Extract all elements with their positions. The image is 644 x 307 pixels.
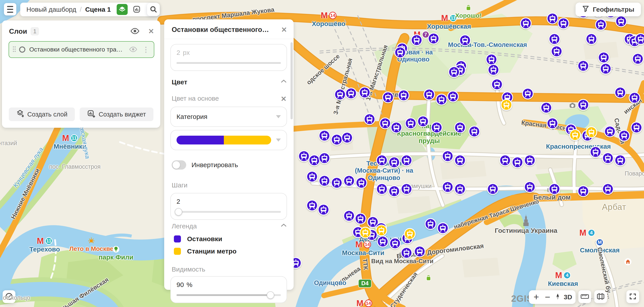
transport-stop-marker[interactable] bbox=[522, 87, 534, 100]
transport-stop-marker[interactable] bbox=[318, 130, 330, 142]
transport-stop-marker[interactable] bbox=[459, 34, 471, 47]
visibility-slider[interactable] bbox=[176, 294, 281, 296]
invert-toggle[interactable] bbox=[172, 160, 186, 170]
transport-stop-marker[interactable] bbox=[379, 117, 391, 130]
transport-stop-marker[interactable] bbox=[511, 156, 524, 168]
transport-stop-marker[interactable] bbox=[602, 152, 614, 164]
ruler-tool-button[interactable] bbox=[578, 290, 591, 303]
transport-stop-marker[interactable] bbox=[398, 89, 410, 102]
transport-stop-marker[interactable] bbox=[550, 45, 563, 58]
transport-stop-marker[interactable] bbox=[585, 33, 598, 45]
transport-stop-marker[interactable] bbox=[634, 33, 644, 45]
metro-station-marker[interactable] bbox=[569, 129, 581, 141]
transport-stop-marker[interactable] bbox=[306, 199, 318, 212]
transport-stop-marker[interactable] bbox=[442, 150, 454, 162]
palette-dropdown[interactable] bbox=[170, 130, 287, 150]
transport-stop-marker[interactable] bbox=[382, 91, 394, 104]
layers-panel-close-button[interactable]: ✕ bbox=[148, 27, 154, 36]
geofilters-button[interactable]: Геофильтры bbox=[576, 3, 641, 16]
steps-slider[interactable] bbox=[176, 211, 281, 213]
transport-stop-marker[interactable] bbox=[499, 154, 511, 166]
transport-stop-marker[interactable] bbox=[557, 17, 570, 30]
layers-mode-button[interactable] bbox=[117, 4, 128, 15]
scene-title[interactable]: Сцена 1 bbox=[85, 6, 111, 13]
transport-stop-marker[interactable] bbox=[400, 183, 413, 195]
transport-stop-marker[interactable] bbox=[540, 102, 552, 114]
transport-stop-marker[interactable] bbox=[435, 93, 448, 106]
fullscreen-button[interactable] bbox=[626, 290, 639, 303]
transport-stop-marker[interactable] bbox=[404, 117, 417, 130]
transport-stop-marker[interactable] bbox=[341, 131, 353, 144]
transport-stop-marker[interactable] bbox=[355, 177, 368, 189]
slider-knob[interactable] bbox=[175, 208, 182, 216]
layers-visibility-button[interactable] bbox=[130, 28, 139, 35]
transport-stop-marker[interactable] bbox=[417, 115, 429, 128]
transport-stop-marker[interactable] bbox=[390, 121, 402, 134]
transport-stop-marker[interactable] bbox=[376, 235, 389, 248]
transport-stop-marker[interactable] bbox=[577, 99, 590, 111]
category-dropdown[interactable]: Категория bbox=[170, 107, 287, 127]
3d-mode-button[interactable]: 3D bbox=[564, 293, 572, 301]
transport-stop-marker[interactable] bbox=[618, 130, 630, 142]
transport-stop-marker[interactable] bbox=[414, 245, 426, 258]
transport-stop-marker[interactable] bbox=[600, 63, 612, 75]
metro-station-marker[interactable] bbox=[359, 226, 372, 239]
transport-stop-marker[interactable] bbox=[548, 33, 560, 45]
transport-stop-marker[interactable] bbox=[400, 154, 413, 166]
compass-icon[interactable] bbox=[555, 292, 560, 302]
transport-stop-marker[interactable] bbox=[376, 154, 388, 166]
metro-station-marker[interactable] bbox=[585, 126, 598, 138]
transport-stop-marker[interactable] bbox=[598, 51, 610, 64]
transport-stop-marker[interactable] bbox=[632, 53, 644, 65]
metro-station-marker[interactable] bbox=[500, 99, 512, 111]
transport-stop-marker[interactable] bbox=[630, 121, 643, 134]
transport-stop-marker[interactable] bbox=[318, 203, 330, 216]
zoom-in-button[interactable]: + bbox=[532, 292, 540, 302]
transport-stop-marker[interactable] bbox=[334, 88, 346, 101]
create-layer-button[interactable]: Создать слой bbox=[9, 108, 75, 121]
transport-stop-marker[interactable] bbox=[376, 183, 388, 195]
transport-stop-marker[interactable] bbox=[388, 156, 400, 168]
transport-stop-marker[interactable] bbox=[388, 185, 400, 197]
drag-handle-icon[interactable] bbox=[12, 46, 16, 53]
transport-stop-marker[interactable] bbox=[614, 86, 626, 99]
menu-button[interactable] bbox=[4, 3, 16, 16]
transport-stop-marker[interactable] bbox=[524, 154, 536, 166]
transport-stop-marker[interactable] bbox=[442, 181, 454, 193]
search-button[interactable] bbox=[147, 3, 160, 16]
widgets-mode-button[interactable] bbox=[131, 4, 142, 15]
transport-stop-marker[interactable] bbox=[354, 212, 367, 225]
layer-visibility-button[interactable] bbox=[129, 47, 137, 53]
transport-stop-marker[interactable] bbox=[423, 88, 435, 101]
transport-stop-marker[interactable] bbox=[520, 17, 532, 30]
transport-stop-marker[interactable] bbox=[468, 125, 480, 138]
transport-stop-marker[interactable] bbox=[410, 34, 423, 46]
transport-stop-marker[interactable] bbox=[628, 92, 641, 104]
zoom-out-button[interactable]: − bbox=[544, 292, 552, 302]
color-based-on-clear-button[interactable]: ✕ bbox=[280, 95, 286, 103]
dashboard-title[interactable]: Новый дашборд bbox=[26, 6, 76, 13]
transport-stop-marker[interactable] bbox=[491, 78, 503, 91]
transport-stop-marker[interactable] bbox=[437, 222, 449, 234]
transport-stop-marker[interactable] bbox=[602, 183, 614, 195]
transport-stop-marker[interactable] bbox=[577, 185, 590, 197]
transport-stop-marker[interactable] bbox=[454, 121, 466, 134]
transport-stop-marker[interactable] bbox=[546, 12, 558, 25]
transport-stop-marker[interactable] bbox=[548, 183, 560, 195]
transport-stop-marker[interactable] bbox=[577, 60, 590, 72]
settings-scrollbar[interactable] bbox=[290, 42, 293, 119]
transport-stop-marker[interactable] bbox=[318, 175, 330, 187]
transport-stop-marker[interactable] bbox=[318, 152, 330, 164]
transport-stop-marker[interactable] bbox=[448, 66, 460, 78]
transport-stop-marker[interactable] bbox=[330, 177, 343, 189]
transport-stop-marker[interactable] bbox=[343, 175, 355, 187]
transport-stop-marker[interactable] bbox=[358, 86, 371, 99]
transport-stop-marker[interactable] bbox=[394, 46, 406, 59]
transport-stop-marker[interactable] bbox=[428, 32, 440, 45]
transport-stop-marker[interactable] bbox=[389, 237, 401, 249]
transport-stop-marker[interactable] bbox=[454, 154, 466, 166]
transport-stop-marker[interactable] bbox=[364, 113, 376, 125]
layer-more-button[interactable]: ⋮ bbox=[142, 45, 150, 54]
transport-stop-marker[interactable] bbox=[454, 183, 466, 195]
layer-item-selected[interactable]: Остановки общественного тра… ⋮ bbox=[8, 41, 154, 58]
